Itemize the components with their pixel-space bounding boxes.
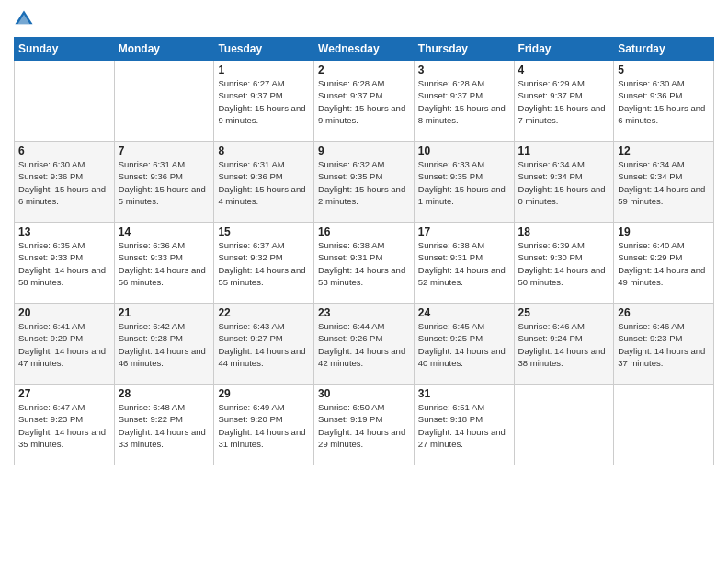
day-number: 1	[218, 63, 310, 76]
calendar-cell	[614, 385, 714, 465]
day-info: Sunrise: 6:49 AM Sunset: 9:20 PM Dayligh…	[218, 401, 310, 450]
day-number: 6	[18, 144, 110, 157]
weekday-header: Saturday	[614, 38, 714, 61]
day-info: Sunrise: 6:30 AM Sunset: 9:36 PM Dayligh…	[18, 158, 110, 207]
calendar-cell: 20Sunrise: 6:41 AM Sunset: 9:29 PM Dayli…	[15, 304, 115, 385]
day-number: 3	[418, 63, 510, 76]
day-info: Sunrise: 6:38 AM Sunset: 9:31 PM Dayligh…	[418, 239, 510, 288]
day-number: 19	[618, 225, 710, 238]
calendar-cell: 31Sunrise: 6:51 AM Sunset: 9:18 PM Dayli…	[414, 385, 514, 465]
calendar: SundayMondayTuesdayWednesdayThursdayFrid…	[14, 37, 714, 465]
calendar-cell: 13Sunrise: 6:35 AM Sunset: 9:33 PM Dayli…	[15, 223, 115, 304]
day-info: Sunrise: 6:44 AM Sunset: 9:26 PM Dayligh…	[318, 320, 410, 369]
calendar-cell: 9Sunrise: 6:32 AM Sunset: 9:35 PM Daylig…	[314, 142, 415, 223]
logo-icon	[14, 9, 34, 29]
day-info: Sunrise: 6:37 AM Sunset: 9:32 PM Dayligh…	[218, 239, 310, 288]
weekday-header: Wednesday	[314, 38, 415, 61]
day-info: Sunrise: 6:42 AM Sunset: 9:28 PM Dayligh…	[119, 320, 210, 369]
day-info: Sunrise: 6:45 AM Sunset: 9:25 PM Dayligh…	[418, 320, 510, 369]
calendar-cell: 11Sunrise: 6:34 AM Sunset: 9:34 PM Dayli…	[514, 142, 614, 223]
day-number: 2	[318, 63, 410, 76]
calendar-cell	[114, 61, 214, 142]
calendar-cell: 19Sunrise: 6:40 AM Sunset: 9:29 PM Dayli…	[614, 223, 714, 304]
day-info: Sunrise: 6:35 AM Sunset: 9:33 PM Dayligh…	[18, 239, 110, 288]
day-info: Sunrise: 6:39 AM Sunset: 9:30 PM Dayligh…	[518, 239, 610, 288]
day-info: Sunrise: 6:34 AM Sunset: 9:34 PM Dayligh…	[518, 158, 610, 207]
day-number: 29	[218, 387, 310, 400]
day-number: 23	[318, 306, 410, 319]
calendar-week-row: 6Sunrise: 6:30 AM Sunset: 9:36 PM Daylig…	[15, 142, 714, 223]
day-number: 24	[418, 306, 510, 319]
header	[14, 9, 714, 29]
calendar-cell: 16Sunrise: 6:38 AM Sunset: 9:31 PM Dayli…	[314, 223, 415, 304]
weekday-header: Tuesday	[214, 38, 314, 61]
calendar-cell: 23Sunrise: 6:44 AM Sunset: 9:26 PM Dayli…	[314, 304, 415, 385]
calendar-week-row: 27Sunrise: 6:47 AM Sunset: 9:23 PM Dayli…	[15, 385, 714, 465]
calendar-week-row: 13Sunrise: 6:35 AM Sunset: 9:33 PM Dayli…	[15, 223, 714, 304]
day-number: 28	[119, 387, 210, 400]
day-number: 13	[18, 225, 110, 238]
day-number: 12	[618, 144, 710, 157]
day-number: 10	[418, 144, 510, 157]
day-info: Sunrise: 6:46 AM Sunset: 9:24 PM Dayligh…	[518, 320, 610, 369]
calendar-cell: 10Sunrise: 6:33 AM Sunset: 9:35 PM Dayli…	[414, 142, 514, 223]
day-number: 9	[318, 144, 410, 157]
day-info: Sunrise: 6:43 AM Sunset: 9:27 PM Dayligh…	[218, 320, 310, 369]
calendar-cell: 22Sunrise: 6:43 AM Sunset: 9:27 PM Dayli…	[214, 304, 314, 385]
logo	[14, 9, 38, 29]
calendar-cell: 14Sunrise: 6:36 AM Sunset: 9:33 PM Dayli…	[114, 223, 214, 304]
calendar-cell: 27Sunrise: 6:47 AM Sunset: 9:23 PM Dayli…	[15, 385, 115, 465]
weekday-header-row: SundayMondayTuesdayWednesdayThursdayFrid…	[15, 38, 714, 61]
day-info: Sunrise: 6:50 AM Sunset: 9:19 PM Dayligh…	[318, 401, 410, 450]
day-info: Sunrise: 6:31 AM Sunset: 9:36 PM Dayligh…	[218, 158, 310, 207]
day-number: 16	[318, 225, 410, 238]
day-info: Sunrise: 6:47 AM Sunset: 9:23 PM Dayligh…	[18, 401, 110, 450]
day-number: 21	[119, 306, 210, 319]
calendar-cell: 25Sunrise: 6:46 AM Sunset: 9:24 PM Dayli…	[514, 304, 614, 385]
calendar-cell: 4Sunrise: 6:29 AM Sunset: 9:37 PM Daylig…	[514, 61, 614, 142]
day-number: 11	[518, 144, 610, 157]
calendar-cell: 2Sunrise: 6:28 AM Sunset: 9:37 PM Daylig…	[314, 61, 415, 142]
calendar-cell: 18Sunrise: 6:39 AM Sunset: 9:30 PM Dayli…	[514, 223, 614, 304]
calendar-cell: 24Sunrise: 6:45 AM Sunset: 9:25 PM Dayli…	[414, 304, 514, 385]
day-info: Sunrise: 6:29 AM Sunset: 9:37 PM Dayligh…	[518, 77, 610, 126]
day-number: 20	[18, 306, 110, 319]
calendar-week-row: 1Sunrise: 6:27 AM Sunset: 9:37 PM Daylig…	[15, 61, 714, 142]
calendar-cell: 30Sunrise: 6:50 AM Sunset: 9:19 PM Dayli…	[314, 385, 415, 465]
weekday-header: Monday	[114, 38, 214, 61]
day-info: Sunrise: 6:38 AM Sunset: 9:31 PM Dayligh…	[318, 239, 410, 288]
day-info: Sunrise: 6:51 AM Sunset: 9:18 PM Dayligh…	[418, 401, 510, 450]
day-number: 5	[618, 63, 710, 76]
day-info: Sunrise: 6:41 AM Sunset: 9:29 PM Dayligh…	[18, 320, 110, 369]
day-info: Sunrise: 6:28 AM Sunset: 9:37 PM Dayligh…	[418, 77, 510, 126]
calendar-cell: 15Sunrise: 6:37 AM Sunset: 9:32 PM Dayli…	[214, 223, 314, 304]
day-number: 25	[518, 306, 610, 319]
day-info: Sunrise: 6:32 AM Sunset: 9:35 PM Dayligh…	[318, 158, 410, 207]
day-number: 22	[218, 306, 310, 319]
calendar-cell: 26Sunrise: 6:46 AM Sunset: 9:23 PM Dayli…	[614, 304, 714, 385]
calendar-cell: 29Sunrise: 6:49 AM Sunset: 9:20 PM Dayli…	[214, 385, 314, 465]
day-number: 30	[318, 387, 410, 400]
day-number: 27	[18, 387, 110, 400]
day-info: Sunrise: 6:48 AM Sunset: 9:22 PM Dayligh…	[119, 401, 210, 450]
day-info: Sunrise: 6:31 AM Sunset: 9:36 PM Dayligh…	[119, 158, 210, 207]
day-info: Sunrise: 6:33 AM Sunset: 9:35 PM Dayligh…	[418, 158, 510, 207]
calendar-cell: 21Sunrise: 6:42 AM Sunset: 9:28 PM Dayli…	[114, 304, 214, 385]
page: SundayMondayTuesdayWednesdayThursdayFrid…	[0, 0, 728, 563]
weekday-header: Thursday	[414, 38, 514, 61]
day-info: Sunrise: 6:34 AM Sunset: 9:34 PM Dayligh…	[618, 158, 710, 207]
day-number: 14	[119, 225, 210, 238]
calendar-cell: 1Sunrise: 6:27 AM Sunset: 9:37 PM Daylig…	[214, 61, 314, 142]
day-info: Sunrise: 6:36 AM Sunset: 9:33 PM Dayligh…	[119, 239, 210, 288]
calendar-cell: 28Sunrise: 6:48 AM Sunset: 9:22 PM Dayli…	[114, 385, 214, 465]
calendar-week-row: 20Sunrise: 6:41 AM Sunset: 9:29 PM Dayli…	[15, 304, 714, 385]
day-number: 17	[418, 225, 510, 238]
calendar-cell: 3Sunrise: 6:28 AM Sunset: 9:37 PM Daylig…	[414, 61, 514, 142]
day-info: Sunrise: 6:28 AM Sunset: 9:37 PM Dayligh…	[318, 77, 410, 126]
day-number: 26	[618, 306, 710, 319]
calendar-cell: 8Sunrise: 6:31 AM Sunset: 9:36 PM Daylig…	[214, 142, 314, 223]
day-info: Sunrise: 6:27 AM Sunset: 9:37 PM Dayligh…	[218, 77, 310, 126]
day-number: 15	[218, 225, 310, 238]
weekday-header: Sunday	[15, 38, 115, 61]
calendar-cell	[514, 385, 614, 465]
